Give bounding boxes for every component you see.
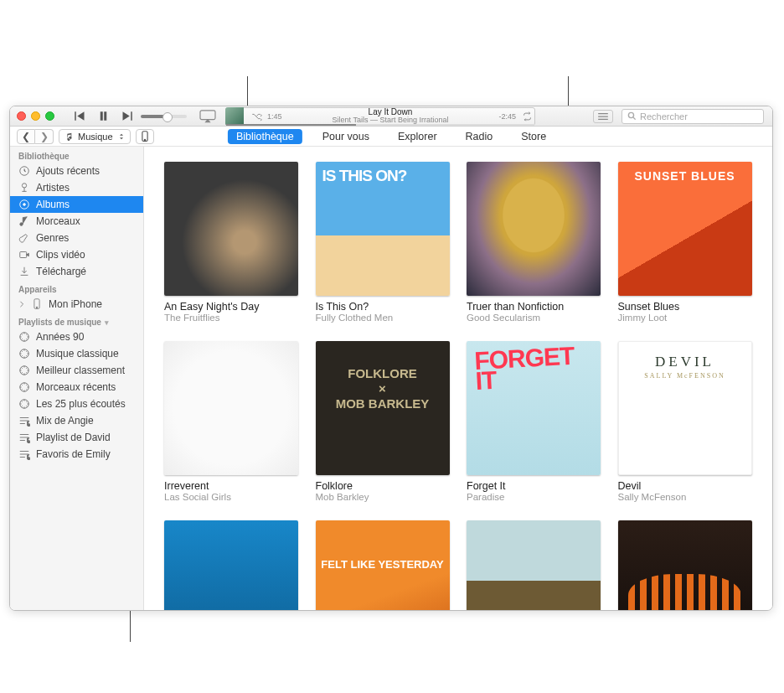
sidebar-playlist[interactable]: Morceaux récents bbox=[10, 379, 143, 396]
album-card[interactable]: An Easy Night's Day The Fruitflies bbox=[164, 162, 299, 323]
sidebar-playlist[interactable]: Mix de Angie bbox=[10, 412, 143, 429]
sidebar-item-videos[interactable]: Clips vidéo bbox=[10, 246, 143, 263]
album-card[interactable]: SUNSET BLUES Sunset Blues Jimmy Loot bbox=[618, 162, 753, 323]
sidebar-playlist[interactable]: Années 90 bbox=[10, 328, 143, 345]
sidebar-item-label: Téléchargé bbox=[36, 266, 86, 277]
svg-rect-0 bbox=[200, 110, 215, 119]
album-card[interactable]: DEVIL SALLY McFENSON Devil Sally McFenso… bbox=[618, 341, 753, 502]
svg-point-10 bbox=[36, 307, 38, 308]
sidebar-header-library: Bibliothèque bbox=[10, 147, 143, 163]
up-next-button[interactable] bbox=[593, 110, 613, 123]
sidebar-item-label: Morceaux bbox=[36, 215, 80, 227]
music-icon bbox=[64, 132, 73, 141]
playlist-icon bbox=[18, 448, 30, 460]
sidebar-playlist[interactable]: Favoris de Emily bbox=[10, 446, 143, 463]
album-title: Folklore bbox=[316, 480, 451, 492]
close-button[interactable] bbox=[17, 111, 26, 121]
album-artist: The Fruitflies bbox=[164, 313, 299, 323]
album-artist: Jimmy Loot bbox=[618, 313, 753, 323]
sidebar-item-label: Mix de Angie bbox=[36, 415, 94, 427]
sidebar-item-recent-adds[interactable]: Ajouts récents bbox=[10, 163, 143, 179]
airplay-button[interactable] bbox=[199, 109, 217, 124]
sidebar-item-downloaded[interactable]: Téléchargé bbox=[10, 263, 143, 280]
album-card[interactable]: FORGET IT Forget It Paradise bbox=[467, 341, 601, 502]
sidebar-item-label: Albums bbox=[36, 199, 70, 210]
album-cover: FORGET IT bbox=[467, 341, 601, 475]
play-pause-button[interactable] bbox=[97, 110, 110, 122]
search-icon bbox=[627, 111, 637, 121]
svg-rect-8 bbox=[20, 252, 27, 258]
shuffle-button[interactable] bbox=[249, 111, 264, 122]
sidebar-item-label: Années 90 bbox=[36, 331, 84, 343]
album-card[interactable] bbox=[618, 520, 753, 610]
sidebar-item-albums[interactable]: Albums bbox=[10, 196, 143, 213]
chevron-updown-icon bbox=[118, 133, 125, 140]
svg-point-7 bbox=[23, 204, 26, 206]
volume-slider[interactable] bbox=[141, 115, 187, 118]
tab-store[interactable]: Store bbox=[513, 129, 554, 144]
sidebar-playlist[interactable]: Playlist de David bbox=[10, 429, 143, 446]
album-card[interactable]: Irreverent Las Social Girls bbox=[164, 341, 299, 502]
album-title: Is This On? bbox=[316, 301, 451, 313]
sidebar-item-label: Meilleur classement bbox=[36, 365, 125, 376]
media-picker[interactable]: Musique bbox=[59, 129, 131, 144]
sidebar-item-label: Genres bbox=[36, 232, 69, 244]
sidebar-header-playlists[interactable]: Playlists de musique▾ bbox=[10, 313, 143, 328]
album-card[interactable]: HOLIDAY STANDARDS bbox=[164, 520, 299, 610]
album-icon bbox=[18, 199, 30, 210]
tab-for-you[interactable]: Pour vous bbox=[314, 129, 378, 144]
playlist-icon bbox=[18, 432, 30, 443]
svg-point-3 bbox=[144, 139, 145, 140]
album-artist: Paradise bbox=[467, 492, 601, 502]
album-card[interactable]: FELT LIKE YESTERDAY bbox=[316, 520, 451, 610]
album-grid-area: An Easy Night's Day The Fruitflies IS TH… bbox=[144, 147, 772, 610]
zoom-button[interactable] bbox=[45, 111, 54, 121]
album-artist: Mob Barkley bbox=[316, 492, 451, 502]
album-card[interactable]: IS THIS ON? Is This On? Fully Clothed Me… bbox=[316, 162, 451, 323]
mic-icon bbox=[18, 182, 30, 194]
tab-radio[interactable]: Radio bbox=[457, 129, 502, 144]
album-card[interactable] bbox=[467, 520, 601, 610]
playback-progress[interactable] bbox=[226, 124, 534, 126]
repeat-button[interactable] bbox=[519, 111, 534, 122]
playback-controls bbox=[73, 110, 134, 122]
album-card[interactable]: FOLKLORE×MOB BARKLEY Folklore Mob Barkle… bbox=[316, 341, 451, 502]
clock-icon bbox=[18, 165, 30, 177]
sidebar-item-genres[interactable]: Genres bbox=[10, 230, 143, 246]
device-button[interactable] bbox=[136, 129, 154, 144]
video-icon bbox=[18, 249, 30, 261]
next-track-button[interactable] bbox=[121, 110, 134, 122]
album-title: Truer than Nonfiction bbox=[467, 301, 601, 313]
album-card[interactable]: Truer than Nonfiction Good Secularism bbox=[467, 162, 601, 323]
album-artist: Fully Clothed Men bbox=[316, 313, 451, 323]
album-cover: FELT LIKE YESTERDAY bbox=[316, 520, 450, 610]
callout-line bbox=[247, 76, 248, 108]
sidebar-header-devices: Appareils bbox=[10, 280, 143, 296]
sidebar-item-label: Clips vidéo bbox=[36, 249, 85, 261]
sidebar-item-songs[interactable]: Morceaux bbox=[10, 213, 143, 230]
album-title: Sunset Blues bbox=[618, 301, 753, 313]
sidebar-item-label: Ajouts récents bbox=[36, 165, 100, 177]
previous-track-button[interactable] bbox=[73, 110, 85, 122]
sidebar-item-artists[interactable]: Artistes bbox=[10, 179, 143, 196]
album-cover bbox=[164, 162, 298, 296]
sidebar-playlist[interactable]: Meilleur classement bbox=[10, 362, 143, 379]
now-playing-lcd[interactable]: 1:45 Lay It Down Silent Tails — Start Be… bbox=[225, 107, 535, 126]
forward-button[interactable]: ❯ bbox=[35, 129, 54, 144]
sidebar-item-device-iphone[interactable]: Mon iPhone bbox=[10, 296, 143, 313]
sidebar-item-label: Les 25 plus écoutés bbox=[36, 398, 126, 410]
tab-explore[interactable]: Explorer bbox=[389, 129, 446, 144]
album-title: Irreverent bbox=[164, 480, 299, 492]
sidebar-playlist[interactable]: Les 25 plus écoutés bbox=[10, 396, 143, 412]
disclosure-icon bbox=[18, 298, 25, 310]
tab-library[interactable]: Bibliothèque bbox=[228, 129, 302, 144]
album-cover bbox=[618, 520, 752, 610]
sidebar-item-label: Morceaux récents bbox=[36, 381, 116, 393]
back-button[interactable]: ❮ bbox=[17, 129, 35, 144]
sidebar-playlist[interactable]: Musique classique bbox=[10, 345, 143, 362]
search-field[interactable]: Rechercher bbox=[622, 109, 764, 124]
smart-playlist-icon bbox=[18, 331, 30, 343]
media-picker-label: Musique bbox=[78, 132, 113, 142]
minimize-button[interactable] bbox=[31, 111, 40, 121]
album-cover: SUNSET BLUES bbox=[618, 162, 752, 296]
